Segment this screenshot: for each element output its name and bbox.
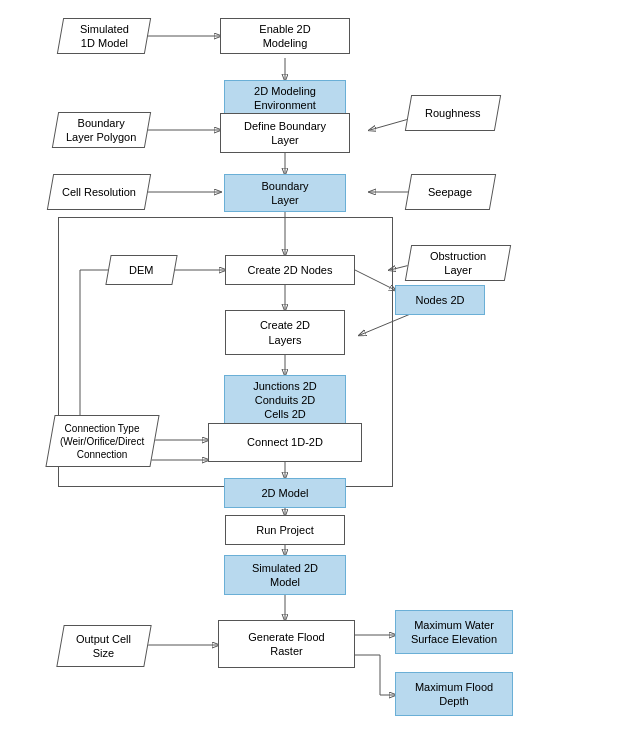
generate-flood-raster: Generate FloodRaster [218,620,355,668]
connect-1d-2d: Connect 1D-2D [208,423,362,462]
create-2d-nodes: Create 2D Nodes [225,255,355,285]
boundary-layer: BoundaryLayer [224,174,346,212]
flowchart-diagram: Simulated1D Model Enable 2DModeling 2D M… [0,0,625,729]
2d-modeling-environment: 2D ModelingEnvironment [224,80,346,116]
obstruction-layer: ObstructionLayer [405,245,511,281]
max-flood-depth: Maximum FloodDepth [395,672,513,716]
2d-model: 2D Model [224,478,346,508]
define-boundary-layer: Define BoundaryLayer [220,113,350,153]
junctions-conduits-cells: Junctions 2DConduits 2DCells 2D [224,375,346,425]
output-cell-size: Output CellSize [56,625,151,667]
max-water-surface: Maximum WaterSurface Elevation [395,610,513,654]
seepage: Seepage [405,174,496,210]
nodes-2d: Nodes 2D [395,285,485,315]
create-2d-layers: Create 2DLayers [225,310,345,355]
dem: DEM [105,255,177,285]
roughness: Roughness [405,95,501,131]
enable-2d-modeling: Enable 2DModeling [220,18,350,54]
simulated-2d-model: Simulated 2DModel [224,555,346,595]
boundary-layer-polygon: BoundaryLayer Polygon [52,112,151,148]
connection-type: Connection Type(Weir/Orifice/DirectConne… [45,415,159,467]
run-project: Run Project [225,515,345,545]
simulated-1d-model: Simulated1D Model [57,18,151,54]
cell-resolution: Cell Resolution [47,174,151,210]
